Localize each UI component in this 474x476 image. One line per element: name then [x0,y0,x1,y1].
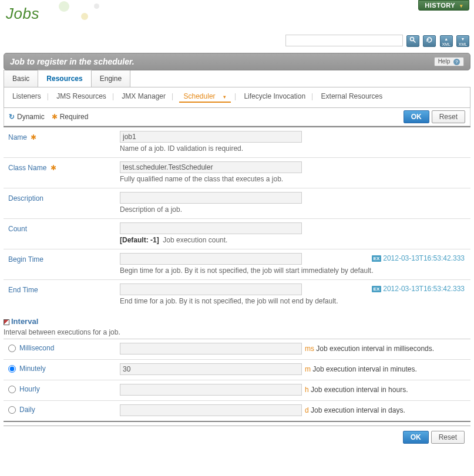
subtab-jmx-manager[interactable]: JMX Manager [119,92,168,100]
millisecond-input[interactable] [120,343,302,355]
tab-engine[interactable]: Engine [91,70,130,87]
subtab-listeners[interactable]: Listeners [10,92,43,100]
tab-resources[interactable]: Resources [38,70,91,87]
svg-line-1 [414,40,416,43]
name-label: Name [8,133,27,141]
begintime-example: EX2012-03-13T16:53:42.333 [372,254,465,262]
name-input[interactable] [120,131,302,143]
reset-button-top[interactable]: Reset [432,110,465,123]
help-button[interactable]: Help ? [434,57,464,66]
begintime-label: Begin Time [8,255,43,264]
search-icon[interactable] [406,35,419,47]
subtab-scheduler[interactable]: Scheduler ▾ [179,92,231,103]
hourly-radio[interactable] [8,386,16,393]
chevron-down-icon: ▾ [460,3,463,9]
hourly-hint: Job execution interval in hours. [311,386,408,394]
dynamic-label: Dynamic [17,113,45,121]
name-hint: Name of a job. ID validation is required… [120,144,466,153]
begintime-input[interactable] [120,253,302,265]
help-label: Help [438,58,451,65]
description-label: Description [8,194,43,202]
hourly-unit: h [305,386,309,394]
svg-point-0 [410,37,414,40]
daily-unit: d [305,406,309,414]
classname-hint: Fully qualified name of the class that e… [120,175,466,183]
classname-label: Class Name [8,164,46,172]
history-label: HISTORY [425,2,455,9]
xml-import-icon[interactable]: ▼XML [456,35,469,47]
required-icon: ✱ [51,164,56,172]
count-default: [Default: -1] [120,236,159,244]
subtab-external-resources[interactable]: External Resources [319,92,385,100]
millisecond-unit: ms [305,345,314,353]
endtime-example: EX2012-03-13T16:53:42.333 [372,285,465,293]
endtime-input[interactable] [120,283,302,295]
minutely-label: Minutely [19,364,46,373]
minutely-hint: Job execution interval in minutes. [312,365,416,373]
section-header: Job to register in the scheduler. Help ? [4,53,470,70]
endtime-hint: End time for a job. By it is not specifi… [120,297,466,305]
begintime-hint: Begin time for a job. By it is not speci… [120,266,466,275]
interval-subtitle: Interval between executions for a job. [4,328,470,336]
interval-title: Interval [11,317,38,326]
section-title: Job to register in the scheduler. [10,57,135,66]
xml-export-icon[interactable]: ▲XML [440,35,453,47]
hourly-input[interactable] [120,384,302,396]
daily-input[interactable] [120,404,302,416]
history-button[interactable]: HISTORY ▾ [418,0,469,11]
daily-label: Daily [19,406,35,414]
tab-basic[interactable]: Basic [4,70,38,87]
page-title: Jobs [0,0,474,26]
refresh-icon[interactable] [423,35,436,47]
daily-radio[interactable] [8,406,16,414]
minutely-radio[interactable] [8,365,16,373]
required-label: Required [60,113,89,121]
help-icon: ? [453,59,460,65]
subtab-lifecycle-invocation[interactable]: Lifecycle Invocation [241,92,308,100]
minutely-unit: m [305,365,311,373]
millisecond-radio[interactable] [8,345,16,352]
millisecond-hint: Job execution interval in milliseconds. [316,345,434,353]
count-hint: Job execution count. [163,236,227,244]
endtime-label: End Time [8,286,38,294]
millisecond-label: Millisecond [19,344,54,352]
required-icon: ✱ [52,113,58,121]
required-icon: ✱ [31,133,36,141]
minutely-input[interactable] [120,363,302,375]
subtab-jms-resources[interactable]: JMS Resources [54,92,109,100]
classname-input[interactable] [120,161,302,173]
hourly-label: Hourly [19,385,40,393]
search-input[interactable] [285,35,403,46]
reset-button-bottom[interactable]: Reset [431,431,465,444]
dynamic-icon: ↻ [9,113,15,121]
chevron-down-icon: ▾ [221,94,228,100]
description-input[interactable] [120,192,302,204]
count-input[interactable] [120,222,302,234]
description-hint: Description of a job. [120,205,466,214]
count-label: Count [8,225,27,233]
ok-button-top[interactable]: OK [404,110,429,123]
section-flag-icon [4,319,9,325]
ok-button-bottom[interactable]: OK [403,431,429,444]
daily-hint: Job execution interval in days. [311,406,405,414]
